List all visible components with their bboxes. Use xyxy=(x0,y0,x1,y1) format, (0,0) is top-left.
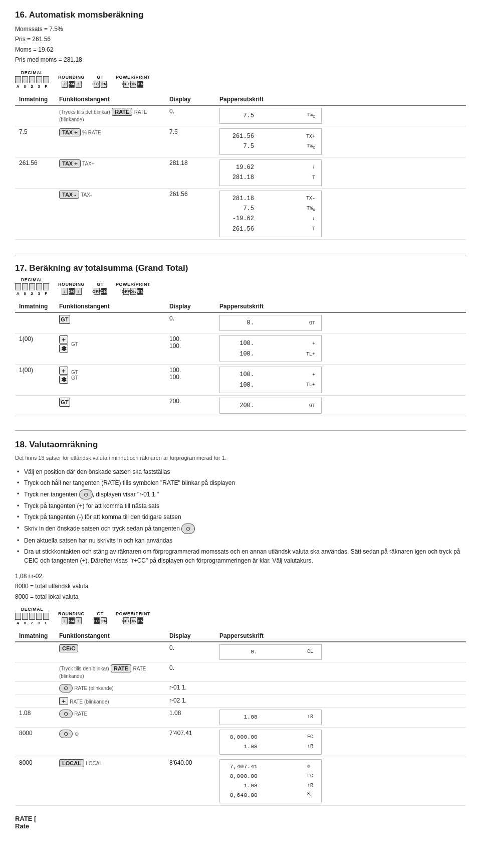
bullet-4: Tryck på tangenten (+) for att komma til… xyxy=(15,500,466,511)
rounding-indicator-18: ROUNDING ↓ 5/4 ↑ xyxy=(58,611,85,625)
section17-title: 17. Beräkning av totalsumma (Grand Total… xyxy=(15,263,466,273)
header-func-18: Funktionstangent xyxy=(55,630,165,641)
table18-row2: (Tryck tills den blinkar) RATE RATE (bli… xyxy=(15,662,466,682)
paper-output-16-3: 19.62 ↓ 281.18 T xyxy=(219,159,322,186)
section-16: 16. Automatisk momsberäkning Momssats = … xyxy=(15,10,466,240)
header-paper-17: Pappersutskrift xyxy=(215,301,326,312)
paper17-4: 200. GT xyxy=(219,398,322,414)
star-key-1[interactable]: ✱ xyxy=(59,344,68,353)
table17-row4: GT 200. 200. GT xyxy=(15,396,466,416)
header-input-18: Inmatning xyxy=(15,630,55,641)
paper18-5: 1.08 ↑R xyxy=(219,710,322,725)
table18-header: Inmatning Funktionstangent Display Pappe… xyxy=(15,630,466,642)
power-indicator-18: POWER/PRINT OFF ON PRINT xyxy=(116,611,150,625)
table16-row2: 7.5 TAX + % RATE 7.5 261.56 TX+ 7.5 T%x xyxy=(15,126,466,157)
gt-indicator-17: GT OFF ON xyxy=(94,282,107,296)
indicator-bar-18: DECIMAL A 0 2 3 F ROUNDING ↓ 5/4 ↑ xyxy=(15,607,466,625)
bullet-8: Dra ut stickkontakten och stäng av räkna… xyxy=(15,546,466,566)
circle-key-2[interactable]: ⊙ xyxy=(59,710,73,718)
tax-plus-key-1[interactable]: TAX + xyxy=(59,128,81,136)
decimal-indicator-17: DECIMAL A 0 2 3 F xyxy=(15,277,49,296)
star-key-2[interactable]: ✱ xyxy=(59,376,68,384)
table18-row4: + RATE (blinkande) r-02 1. xyxy=(15,695,466,708)
table18-row3: ⊙ RATE (blinkande) r-01 1. xyxy=(15,682,466,695)
header-func-17: Funktionstangent xyxy=(55,301,165,312)
gt-key-2[interactable]: GT xyxy=(59,398,70,407)
bullet-2: Tryck och håll ner tangenten (RATE) till… xyxy=(15,477,466,488)
header-display-17: Display xyxy=(165,301,215,312)
section16-title: 16. Automatisk momsberäkning xyxy=(15,10,466,20)
header-input-17: Inmatning xyxy=(15,301,55,312)
bullet-6: Skriv in den önskade satsen och tryck se… xyxy=(15,523,466,535)
gt-indicator-18: GT OFF ON xyxy=(94,611,107,625)
divider-16-17 xyxy=(15,254,466,254)
indicator-bar-16: DECIMAL A 0 2 3 F ROUNDING ↓ 5/4 ↑ xyxy=(15,70,466,89)
table16-row3: 261.56 TAX + TAX+ 281.18 19.62 ↓ 281.18 … xyxy=(15,157,466,189)
table17-header: Inmatning Funktionstangent Display Pappe… xyxy=(15,301,466,313)
tax-plus-key-2[interactable]: TAX + xyxy=(59,159,81,167)
header-input: Inmatning xyxy=(15,94,55,105)
tax-minus-key[interactable]: TAX - xyxy=(59,191,79,199)
paper-output-16-2: 261.56 TX+ 7.5 T%x xyxy=(219,128,322,155)
header-display: Display xyxy=(165,94,215,105)
table17-row3: 1(00) + ✱ GTGT 100.100. 100. + 100. xyxy=(15,365,466,396)
rounding-indicator: ROUNDING ↓ 5/4 ↑ xyxy=(58,75,85,89)
header-func: Funktionstangent xyxy=(55,94,165,105)
table16-row1: (Trycks tills det blinkar) RATE RATE (bl… xyxy=(15,106,466,126)
decimal-indicator-18: DECIMAL A 0 2 3 F xyxy=(15,607,49,625)
circle-key-3[interactable]: ⊙ xyxy=(59,730,73,738)
decimal-indicator: DECIMAL A 0 2 3 F xyxy=(15,70,49,89)
plus-key-2[interactable]: + xyxy=(59,367,68,375)
indicator-bar-17: DECIMAL A 0 2 3 F ROUNDING ↓ 5/4 ↑ xyxy=(15,277,466,296)
section16-meta: Momssats = 7.5% Pris = 261.56 Moms = 19.… xyxy=(15,24,466,65)
plus-key-18[interactable]: + xyxy=(59,697,68,705)
paper-output-16-4: 281.18 TX- 7.5 T%x -19.62 ↓ 261.56 T xyxy=(219,191,322,238)
table16-header: Inmatning Funktionstangent Display Pappe… xyxy=(15,94,466,106)
local-key[interactable]: LOCAL xyxy=(59,759,84,767)
section18-title: 18. Valutaomräkning xyxy=(15,440,466,450)
gt-indicator: GT OFF ON xyxy=(94,75,107,89)
table18-row6: 8000 ⊙ ⊙ 7'407.41 8,000.00 FC 1.08 ↑R xyxy=(15,728,466,757)
rounding-indicator-17: ROUNDING ↓ 5/4 ↑ xyxy=(58,282,85,296)
section18-meta2: 1,08 i r-02. 8000 = total utländsk valut… xyxy=(15,571,466,602)
plus-key-1[interactable]: + xyxy=(59,335,68,343)
paper18-7: 7,407.41 ⊙ 8,000.00 LC 1.08 ↑R 8,640.00 … xyxy=(219,759,322,803)
power-indicator-17: POWER/PRINT OFF ON PRINT xyxy=(116,282,150,296)
circle-key-1[interactable]: ⊙ xyxy=(59,684,73,692)
paper18-6: 8,000.00 FC 1.08 ↑R xyxy=(219,730,322,755)
paper17-3: 100. + 100. TL+ xyxy=(219,367,322,393)
bullet-1: Välj en position där den önskade satsen … xyxy=(15,466,466,477)
header-paper: Pappersutskrift xyxy=(215,94,326,105)
table17-row1: GT 0. 0. GT xyxy=(15,313,466,333)
table18-row7: 8000 LOCAL LOCAL 8'640.00 7,407.41 ⊙ 8,0… xyxy=(15,757,466,806)
paper17-1: 0. GT xyxy=(219,315,322,331)
section18-bullets: Välj en position där den önskade satsen … xyxy=(15,466,466,566)
bullet-5: Tryck på tangenten (-) för att komma til… xyxy=(15,511,466,523)
bullet-7: Den aktuella satsen har nu skrivits in o… xyxy=(15,535,466,546)
rate-key-18[interactable]: RATE xyxy=(111,664,131,672)
table18-row5: 1.08 ⊙ RATE 1.08 1.08 ↑R xyxy=(15,708,466,728)
table17-row2: 1(00) + ✱ GT 100.100. 100. + 100. T xyxy=(15,333,466,365)
bullet-3: Tryck ner tangenten ⊙, displayen visar "… xyxy=(15,488,466,501)
paper-output-16-1: 7.5 T%x xyxy=(219,108,322,124)
table16-row4: TAX - TAX- 261.56 281.18 TX- 7.5 T%x -19… xyxy=(15,189,466,240)
table18-row1: CE/C 0. 0. CL xyxy=(15,642,466,662)
power-indicator: POWER/PRINT OFF ON PRINT xyxy=(116,75,150,89)
gt-key-1[interactable]: GT xyxy=(59,315,70,324)
section18-intro: Det finns 13 satser för utländsk valuta … xyxy=(15,454,466,462)
paper17-2: 100. + 100. TL+ xyxy=(219,335,322,362)
header-display-18: Display xyxy=(165,630,215,641)
header-paper-18: Pappersutskrift xyxy=(215,630,326,641)
divider-17-18 xyxy=(15,430,466,431)
cec-key[interactable]: CE/C xyxy=(59,644,78,652)
section-17: 17. Beräkning av totalsumma (Grand Total… xyxy=(15,263,466,416)
section-18: 18. Valutaomräkning Det finns 13 satser … xyxy=(15,440,466,829)
paper18-1: 0. CL xyxy=(219,644,322,660)
rate-label-bottom: RATE [ Rate xyxy=(15,815,466,830)
rate-key[interactable]: RATE xyxy=(112,108,132,116)
